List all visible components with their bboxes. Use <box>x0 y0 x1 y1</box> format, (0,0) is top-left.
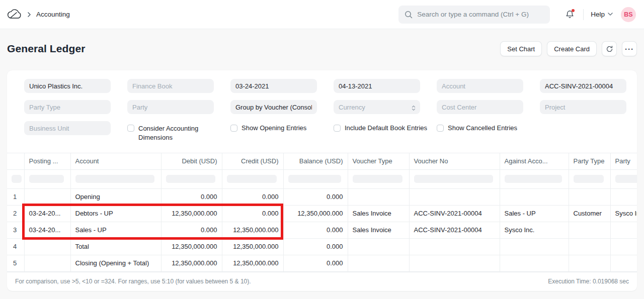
cell-party-type <box>569 222 610 238</box>
column-filter-input[interactable] <box>615 175 637 183</box>
cell-party-type: Customer <box>569 205 610 222</box>
col-header-index <box>7 153 24 169</box>
col-header-voucher-no[interactable]: Voucher No <box>409 153 500 169</box>
column-filter-input[interactable] <box>505 175 562 183</box>
column-filter-input[interactable] <box>227 175 277 183</box>
column-filter-input[interactable] <box>75 175 154 183</box>
cell-party <box>610 222 637 238</box>
app-logo-cloud-icon[interactable] <box>7 9 22 21</box>
table-row: 5 Closing (Opening + Total) 12,350,000.0… <box>7 255 637 271</box>
finance-book-filter-input[interactable] <box>127 79 214 93</box>
table-row: 4 Total 12,350,000.000 12,350,000.000 0.… <box>7 238 637 255</box>
global-search-input[interactable]: Search or type a command (Ctrl + G) <box>398 6 550 24</box>
cell-party-type <box>569 188 610 205</box>
help-menu[interactable]: Help <box>591 11 613 18</box>
filter-section: Consider Accounting Dimensions Show Open… <box>7 70 637 153</box>
checkbox-box-icon <box>230 125 237 132</box>
cell-voucher-type <box>348 255 409 271</box>
checkbox-show-opening-entries[interactable]: Show Opening Entries <box>230 121 317 142</box>
checkbox-label: Show Cancelled Entries <box>448 124 517 132</box>
col-header-against-account[interactable]: Against Acco... <box>500 153 569 169</box>
cell-party <box>610 188 637 205</box>
cell-credit: 12,350,000.000 <box>222 222 283 238</box>
col-header-balance[interactable]: Balance (USD) <box>283 153 348 169</box>
cell-index: 5 <box>7 255 24 271</box>
cell-party-type <box>569 255 610 271</box>
cell-credit: 12,350,000.000 <box>222 255 283 271</box>
refresh-button[interactable] <box>602 41 617 56</box>
notification-dot <box>572 9 575 12</box>
filter-cell <box>161 169 222 188</box>
col-header-party[interactable]: Party <box>610 153 637 169</box>
column-filter-input[interactable] <box>29 175 64 183</box>
currency-filter-select[interactable] <box>334 100 420 114</box>
cell-index: 3 <box>7 222 24 238</box>
cell-index: 1 <box>7 188 24 205</box>
column-filter-input[interactable] <box>12 175 22 183</box>
cell-account: Debtors - UP <box>70 205 161 222</box>
from-date-filter-input[interactable] <box>230 79 317 93</box>
col-header-credit[interactable]: Credit (USD) <box>222 153 283 169</box>
cell-debit: 12,350,000.000 <box>161 238 222 255</box>
cell-debit: 0.000 <box>161 188 222 205</box>
cell-index: 2 <box>7 205 24 222</box>
filter-cell <box>610 169 637 188</box>
col-header-party-type[interactable]: Party Type <box>569 153 610 169</box>
table-footer: For comparison, use >5, <10 or =324. For… <box>7 272 637 291</box>
checkbox-box-icon <box>437 125 444 132</box>
execution-time-text: Execution Time: 0.019068 sec <box>548 278 629 285</box>
more-menu-button[interactable]: ··· <box>622 41 637 56</box>
party-filter-input[interactable] <box>127 100 214 114</box>
set-chart-button[interactable]: Set Chart <box>500 41 542 56</box>
checkbox-include-default-book-entries[interactable]: Include Default Book Entries <box>334 121 420 142</box>
navbar-divider <box>583 9 584 20</box>
col-header-posting-date[interactable]: Posting ... <box>24 153 70 169</box>
cell-voucher-type: Sales Invoice <box>348 222 409 238</box>
table-row: 3 03-24-20... Sales - UP 0.000 12,350,00… <box>7 222 637 238</box>
group-by-filter-input[interactable] <box>230 100 317 114</box>
cell-against-account <box>500 188 569 205</box>
column-filter-input[interactable] <box>414 175 493 183</box>
cell-index: 4 <box>7 238 24 255</box>
comparison-hint-text: For comparison, use >5, <10 or =324. For… <box>15 278 251 285</box>
cell-party <box>610 255 637 271</box>
report-card: Consider Accounting Dimensions Show Open… <box>7 70 637 291</box>
account-filter-input[interactable] <box>437 79 523 93</box>
cell-voucher-no <box>409 255 500 271</box>
column-filter-input[interactable] <box>353 175 403 183</box>
filter-cell <box>7 169 24 188</box>
col-header-debit[interactable]: Debit (USD) <box>161 153 222 169</box>
filter-cell <box>409 169 500 188</box>
party-type-filter-input[interactable] <box>24 100 111 114</box>
filter-cell <box>500 169 569 188</box>
col-header-account[interactable]: Account <box>70 153 161 169</box>
to-date-filter-input[interactable] <box>334 79 420 93</box>
company-filter-input[interactable] <box>24 79 111 93</box>
checkbox-consider-accounting-dimensions[interactable]: Consider Accounting Dimensions <box>127 121 214 142</box>
cell-posting-date <box>24 238 70 255</box>
cell-voucher-no <box>409 238 500 255</box>
notifications-bell-icon[interactable] <box>563 8 576 21</box>
cell-party <box>610 238 637 255</box>
breadcrumb-accounting[interactable]: Accounting <box>36 11 70 18</box>
voucher-no-filter-input[interactable] <box>540 79 626 93</box>
cell-voucher-type <box>348 188 409 205</box>
column-filter-input[interactable] <box>288 175 341 183</box>
table-row: 1 Opening 0.000 0.000 0.000 <box>7 188 637 205</box>
col-header-voucher-type[interactable]: Voucher Type <box>348 153 409 169</box>
cell-against-account: Sales - UP <box>500 205 569 222</box>
chevron-down-icon <box>608 13 613 16</box>
checkbox-label: Include Default Book Entries <box>345 124 427 132</box>
checkbox-show-cancelled-entries[interactable]: Show Cancelled Entries <box>437 121 523 142</box>
table-header-row: Posting ... Account Debit (USD) Credit (… <box>7 153 637 169</box>
filter-cell <box>283 169 348 188</box>
create-card-button[interactable]: Create Card <box>547 41 597 56</box>
business-unit-filter-input[interactable] <box>24 121 111 135</box>
column-filter-input[interactable] <box>166 175 215 183</box>
column-filter-input[interactable] <box>574 175 604 183</box>
user-avatar[interactable]: BS <box>621 7 636 22</box>
cost-center-filter-input[interactable] <box>437 100 523 114</box>
help-label: Help <box>591 11 605 18</box>
project-filter-input[interactable] <box>540 100 626 114</box>
cell-account: Opening <box>70 188 161 205</box>
